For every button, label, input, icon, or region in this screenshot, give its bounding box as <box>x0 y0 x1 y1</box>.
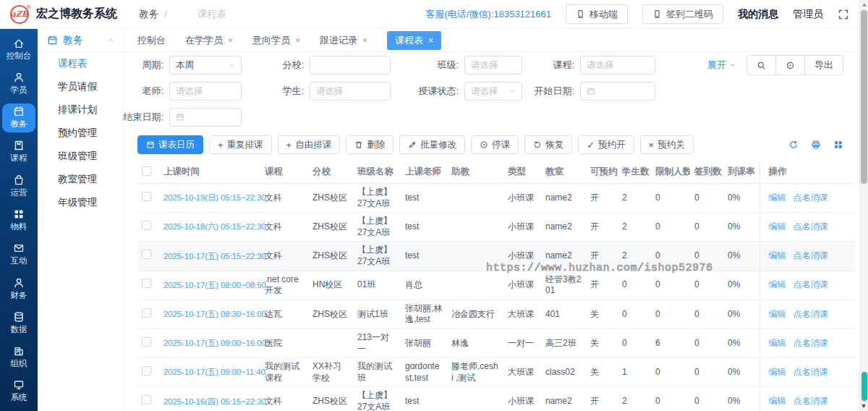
submenu-item-student-leave[interactable]: 学员请假 <box>38 75 122 98</box>
edit-link[interactable]: 编辑 <box>769 192 786 203</box>
calendar-view-button[interactable]: 课表日历 <box>137 135 203 154</box>
my-messages-link[interactable]: 我的消息 <box>738 8 778 21</box>
support-contact-link[interactable]: 客服(电话/微信):18353121661 <box>426 8 551 21</box>
rollcall-link[interactable]: 点名消课 <box>793 396 828 406</box>
batch-edit-button[interactable]: 批量修改 <box>399 135 465 154</box>
delete-button[interactable]: 删除 <box>346 135 393 154</box>
lesson-time-link[interactable]: 2025-10-18(六) 05:15~22:30 <box>163 221 266 231</box>
edit-link[interactable]: 编辑 <box>769 309 786 319</box>
rollcall-link[interactable]: 点名消课 <box>793 367 828 377</box>
lesson-time-link[interactable]: 2025-10-17(五) 08:00~08:50 <box>163 280 266 289</box>
grid4-icon[interactable] <box>833 140 843 150</box>
row-checkbox[interactable] <box>142 192 151 201</box>
rail-item-academic[interactable]: 教务 <box>2 103 35 132</box>
rail-item-organization[interactable]: 组织 <box>2 342 35 371</box>
breadcrumb-item[interactable]: 课程表 <box>197 8 227 21</box>
booking-off-button[interactable]: ×预约关 <box>640 135 694 154</box>
lesson-time-link[interactable]: 2025-10-16(四) 05:15~22:30 <box>163 397 266 406</box>
lesson-time-link[interactable]: 2025-10-17(五) 05:15~22:30 <box>163 251 266 260</box>
vertical-scrollbar[interactable] <box>859 0 868 411</box>
mobile-app-button[interactable]: 移动端 <box>566 4 628 24</box>
rail-item-interaction[interactable]: 互动 <box>2 240 35 269</box>
lesson-time-link[interactable]: 2025-10-17(五) 09:00~16:00 <box>163 338 266 347</box>
rollcall-link[interactable]: 点名消课 <box>793 309 828 319</box>
tab-follow-records[interactable]: 跟进记录× <box>320 34 367 47</box>
rail-item-students[interactable]: 学员 <box>2 69 35 98</box>
printer-icon[interactable] <box>811 140 821 150</box>
start-date-input[interactable] <box>580 82 655 101</box>
row-checkbox[interactable] <box>142 221 151 230</box>
submenu-item-schedule[interactable]: 课程表 <box>38 52 122 75</box>
expand-filters-link[interactable]: 展开 <box>707 59 736 72</box>
scrollbar-thumb[interactable] <box>861 10 867 184</box>
rollcall-link[interactable]: 点名消课 <box>793 192 828 203</box>
student-input[interactable]: 请选择 <box>310 82 391 101</box>
booking-on-button[interactable]: ✓预约开 <box>578 135 634 154</box>
rollcall-link[interactable]: 点名消课 <box>793 338 828 348</box>
rollcall-link[interactable]: 点名消课 <box>793 221 828 232</box>
row-checkbox[interactable] <box>142 395 151 404</box>
close-icon[interactable]: × <box>228 36 233 45</box>
lesson-time-link[interactable]: 2025-10-17(五) 08:30~16:00 <box>163 309 266 318</box>
scrollbar-secondary-thumb[interactable] <box>861 372 867 401</box>
submenu-item-lesson-plan[interactable]: 排课计划 <box>38 98 122 122</box>
tab-dashboard[interactable]: 控制台 <box>137 34 166 47</box>
breadcrumb-item[interactable]: 教务 <box>139 8 158 21</box>
repeat-schedule-button[interactable]: +重复排课 <box>209 135 272 154</box>
edit-link[interactable]: 编辑 <box>769 396 786 406</box>
restore-button[interactable]: 恢复 <box>524 135 572 154</box>
close-icon[interactable]: × <box>295 36 300 45</box>
class-input[interactable]: 请选择 <box>464 56 522 75</box>
rail-item-system[interactable]: 系统 <box>2 377 35 406</box>
tab-schedule[interactable]: 课程表× <box>387 31 441 50</box>
row-checkbox[interactable] <box>142 366 151 376</box>
submenu-item-classroom-mgmt[interactable]: 教室管理 <box>38 168 122 191</box>
tab-prospect-students[interactable]: 意向学员× <box>252 34 300 47</box>
edit-link[interactable]: 编辑 <box>769 279 786 289</box>
edit-link[interactable]: 编辑 <box>769 367 786 377</box>
submenu-item-class-mgmt[interactable]: 班级管理 <box>38 145 122 168</box>
select-all-checkbox[interactable] <box>142 166 151 176</box>
rollcall-link[interactable]: 点名消课 <box>793 250 828 260</box>
signin-qrcode-button[interactable]: 签到二维码 <box>642 4 723 24</box>
refresh-icon[interactable] <box>788 140 799 150</box>
row-checkbox[interactable] <box>142 337 151 347</box>
teacher-input[interactable]: 请选择 <box>169 82 242 101</box>
chevron-up-icon[interactable] <box>107 36 115 44</box>
row-checkbox[interactable] <box>142 279 151 288</box>
rail-item-data[interactable]: 数据 <box>2 308 35 337</box>
rollcall-link[interactable]: 点名消课 <box>793 279 828 289</box>
search-button[interactable] <box>747 56 775 75</box>
free-schedule-button[interactable]: +自由排课 <box>278 135 341 154</box>
close-icon[interactable]: × <box>428 36 433 45</box>
scroll-up-arrow[interactable] <box>862 3 867 7</box>
close-icon[interactable]: × <box>362 36 367 45</box>
teach-status-select[interactable]: 请选择 <box>464 82 522 101</box>
branch-input[interactable] <box>310 56 391 75</box>
submenu-item-booking-mgmt[interactable]: 预约管理 <box>38 122 122 145</box>
edit-link[interactable]: 编辑 <box>769 250 786 260</box>
edit-link[interactable]: 编辑 <box>769 221 786 232</box>
rail-item-materials[interactable]: 物料 <box>2 206 35 234</box>
row-checkbox[interactable] <box>142 308 151 318</box>
lesson-time-link[interactable]: 2025-10-19(日) 05:15~22:30 <box>163 192 266 202</box>
edit-link[interactable]: 编辑 <box>769 338 786 348</box>
row-checkbox[interactable] <box>142 250 151 259</box>
rail-item-courses[interactable]: 课程 <box>2 137 35 166</box>
course-input[interactable]: 请选择 <box>580 56 655 75</box>
rail-item-finance[interactable]: 财务 <box>2 274 35 303</box>
tab-active-students[interactable]: 在学学员× <box>185 34 233 47</box>
period-select[interactable]: 本周 <box>169 56 242 75</box>
reset-button[interactable] <box>775 56 804 75</box>
lesson-time-link[interactable]: 2025-10-17(五) 09:00~11:40 <box>163 367 265 376</box>
export-button[interactable]: 导出 <box>804 56 843 75</box>
end-date-input[interactable] <box>169 108 242 127</box>
scroll-down-arrow[interactable] <box>861 404 866 408</box>
fullscreen-icon[interactable] <box>838 9 849 20</box>
current-user-menu[interactable]: 管理员 <box>793 8 823 21</box>
submenu-header[interactable]: 教务 <box>38 29 122 52</box>
rail-item-dashboard[interactable]: 控制台 <box>2 35 35 64</box>
submenu-item-grade-mgmt[interactable]: 年级管理 <box>38 191 122 214</box>
suspend-button[interactable]: 停课 <box>471 135 519 154</box>
rail-item-operation[interactable]: 运营 <box>2 171 35 200</box>
